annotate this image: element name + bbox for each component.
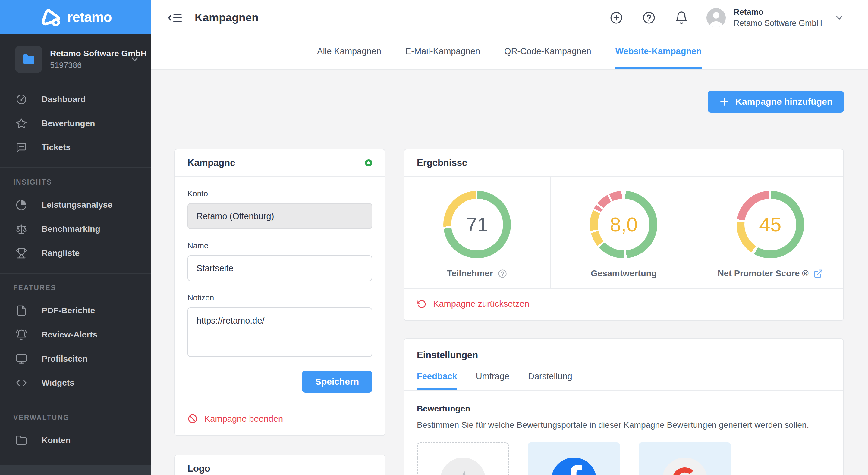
sidebar-item-label: Widgets	[41, 378, 74, 388]
main-area: Kampagnen	[151, 0, 868, 475]
end-campaign-link[interactable]: Kampagne beenden	[187, 414, 283, 424]
sidebar-section-verwaltung: VERWALTUNG	[0, 411, 151, 428]
sidebar-item-bewertungen[interactable]: Bewertungen	[0, 111, 151, 135]
sidebar-item-rangliste[interactable]: Rangliste	[0, 241, 151, 265]
settings-card-title: Einstellungen	[417, 350, 478, 360]
sidebar-item-label: Konten	[41, 436, 70, 445]
sidebar-item-benchmarking[interactable]: Benchmarking	[0, 217, 151, 241]
teilnehmer-donut-chart: 71	[443, 191, 511, 258]
help-circle-icon[interactable]	[642, 11, 656, 25]
sidebar-item-widgets[interactable]: Widgets	[0, 371, 151, 395]
topbar: Kampagnen	[151, 0, 868, 70]
tab-alle-kampagnen[interactable]: Alle Kampagnen	[316, 36, 382, 69]
gauge-icon	[15, 94, 28, 105]
toolbar: Kampagne hinzufügen	[174, 70, 844, 134]
sidebar-item-active-partial[interactable]	[0, 465, 151, 475]
nps-label: Net Promoter Score ®	[718, 269, 809, 278]
sidebar-item-profilseiten[interactable]: Profilseiten	[0, 347, 151, 371]
tab-website-kampagnen[interactable]: Website-Kampagnen	[615, 36, 702, 69]
nps-donut-chart: 45	[737, 191, 804, 258]
sidebar-divider	[0, 167, 151, 168]
app-window: retamo Retamo Software GmbH 5197386 Da	[0, 0, 868, 475]
metric-teilnehmer: 71 Teilnehmer	[404, 177, 551, 288]
sidebar-item-label: PDF-Berichte	[41, 306, 95, 315]
notizen-field[interactable]: https://retamo.de/	[187, 307, 372, 357]
save-button[interactable]: Speichern	[302, 371, 372, 393]
add-campaign-button[interactable]: Kampagne hinzufügen	[708, 91, 844, 112]
tab-darstellung[interactable]: Darstellung	[528, 371, 572, 390]
konto-label: Konto	[187, 189, 372, 198]
brand-logo[interactable]: retamo	[0, 0, 151, 34]
results-card: Ergebnisse 71 Teilnehmer	[404, 149, 844, 321]
google-portal-tile[interactable]	[639, 442, 731, 475]
bewertungen-heading: Bewertungen	[417, 404, 831, 414]
tab-feedback[interactable]: Feedback	[417, 371, 457, 390]
tab-email-kampagnen[interactable]: E-Mail-Kampagnen	[405, 36, 481, 69]
sidebar-collapse-icon[interactable]	[167, 11, 184, 24]
trophy-icon	[15, 247, 28, 259]
metric-gesamtwertung: 8,0 Gesamtwertung	[551, 177, 697, 288]
sidebar-item-pdf-berichte[interactable]: PDF-Berichte	[0, 299, 151, 323]
bell-icon[interactable]	[675, 11, 688, 25]
sidebar-item-label: Bewertungen	[41, 118, 95, 128]
logo-card-title: Logo	[187, 463, 210, 474]
sidebar-item-review-alerts[interactable]: Review-Alerts	[0, 323, 151, 347]
chevron-down-icon	[834, 13, 844, 23]
page-title: Kampagnen	[195, 11, 258, 24]
sidebar-item-label: Review-Alerts	[41, 330, 97, 340]
notizen-label: Notizen	[187, 293, 372, 303]
help-circle-icon[interactable]	[498, 269, 507, 278]
sidebar-item-tickets[interactable]: Tickets	[0, 135, 151, 160]
sidebar-item-label: Dashboard	[41, 95, 86, 104]
sidebar-item-label: Leistungsanalyse	[41, 200, 113, 210]
user-org: Retamo Software GmbH	[734, 19, 822, 28]
user-menu[interactable]: Retamo Retamo Software GmbH	[707, 7, 844, 28]
tab-umfrage[interactable]: Umfrage	[476, 371, 509, 390]
name-field[interactable]	[187, 255, 372, 281]
logo-card: Logo	[174, 454, 385, 475]
reset-campaign-label: Kampagne zurücksetzen	[433, 299, 529, 309]
bewertungen-description: Bestimmen Sie für welche Bewertungsporta…	[417, 420, 831, 430]
star-icon	[15, 118, 28, 129]
message-square-icon	[15, 142, 28, 153]
add-portal-tile[interactable]	[417, 442, 509, 475]
add-circle-icon[interactable]	[610, 11, 623, 25]
account-name: Retamo Software GmbH	[50, 49, 122, 58]
facebook-portal-tile[interactable]	[528, 442, 620, 475]
reset-campaign-link[interactable]: Kampagne zurücksetzen	[417, 299, 529, 309]
sidebar-nav: Dashboard Bewertungen Tickets INSIGHTS	[0, 81, 151, 452]
tab-qr-code-kampagnen[interactable]: QR-Code-Kampagnen	[504, 36, 592, 69]
status-active-icon	[365, 159, 372, 166]
navigation-arrow-icon	[440, 457, 486, 475]
sidebar-item-konten[interactable]: Konten	[0, 428, 151, 452]
gesamtwertung-value: 8,0	[590, 191, 657, 258]
campaign-card-title: Kampagne	[187, 158, 235, 168]
sidebar-divider	[0, 273, 151, 274]
sidebar-item-dashboard[interactable]: Dashboard	[0, 87, 151, 111]
nps-value: 45	[737, 191, 804, 258]
sidebar-section-features: FEATURES	[0, 281, 151, 299]
campaign-tabs: Alle Kampagnen E-Mail-Kampagnen QR-Code-…	[151, 36, 868, 69]
bell-ring-icon	[15, 329, 28, 340]
sidebar-divider	[0, 403, 151, 403]
sidebar-item-leistungsanalyse[interactable]: Leistungsanalyse	[0, 193, 151, 217]
external-link-icon[interactable]	[813, 269, 823, 278]
konto-field	[187, 203, 372, 229]
retamo-logo-icon	[39, 8, 62, 26]
account-id: 5197386	[50, 61, 122, 70]
settings-card: Einstellungen Feedback Umfrage Darstellu…	[404, 338, 844, 475]
end-campaign-label: Kampagne beenden	[204, 414, 283, 424]
avatar	[707, 8, 726, 27]
sidebar-item-label: Profilseiten	[41, 354, 87, 364]
sidebar-section-insights: INSIGHTS	[0, 175, 151, 193]
account-switcher[interactable]: Retamo Software GmbH 5197386	[0, 34, 151, 81]
monitor-icon	[15, 353, 28, 365]
file-icon	[15, 305, 28, 316]
google-icon	[662, 457, 707, 475]
name-label: Name	[187, 241, 372, 250]
gesamtwertung-label: Gesamtwertung	[591, 269, 657, 278]
rotate-ccw-icon	[417, 299, 427, 309]
teilnehmer-label: Teilnehmer	[447, 269, 493, 278]
results-metrics: 71 Teilnehmer	[404, 177, 843, 288]
sidebar: retamo Retamo Software GmbH 5197386 Da	[0, 0, 151, 475]
